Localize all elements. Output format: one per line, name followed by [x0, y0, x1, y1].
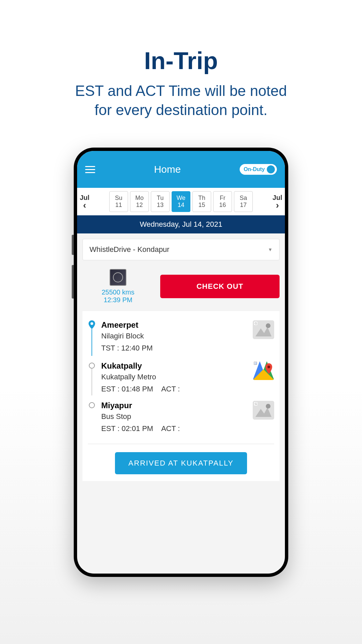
- menu-icon[interactable]: [85, 166, 95, 173]
- stop-time: TST : 12:40 PM: [101, 344, 153, 353]
- chevron-right-icon: ›: [276, 202, 279, 209]
- stop-act: ACT :: [161, 424, 180, 433]
- calendar-next[interactable]: Jul ›: [273, 194, 282, 209]
- svg-text:G: G: [255, 322, 257, 325]
- screen: Home On-Duty Jul ‹ Su11Mo12Tu13We14Th15F…: [77, 151, 285, 574]
- divider: [88, 444, 274, 444]
- odometer-row: 25500 kms 12:39 PM CHECK OUT: [77, 266, 285, 311]
- checkout-button[interactable]: CHECK OUT: [160, 275, 280, 298]
- stop-item: AmeerpetNilagiri BlockTST : 12:40 PMG: [88, 318, 274, 359]
- stop-sublabel: Nilagiri Block: [101, 332, 247, 340]
- calendar-day[interactable]: We14: [172, 191, 190, 212]
- stops-card: AmeerpetNilagiri BlockTST : 12:40 PMGKuk…: [82, 311, 280, 481]
- dropdown-value: WhistleDrive - Kondapur: [89, 245, 169, 254]
- odometer-kms: 25500 kms: [102, 288, 134, 296]
- calendar-bar: Jul ‹ Su11Mo12Tu13We14Th15Fr16Sa17 Jul ›: [77, 188, 285, 215]
- location-pin-icon: [88, 320, 95, 329]
- odometer-time: 12:39 PM: [104, 296, 132, 304]
- date-bar: Wednesday, Jul 14, 2021: [77, 215, 285, 233]
- app-header: Home On-Duty: [77, 151, 285, 188]
- calendar-day[interactable]: Tu13: [151, 191, 170, 212]
- toggle-knob: [267, 165, 275, 173]
- chevron-down-icon: ▼: [268, 247, 273, 252]
- promo-title: In-Trip: [0, 0, 362, 74]
- phone-frame: Home On-Duty Jul ‹ Su11Mo12Tu13We14Th15F…: [74, 148, 288, 577]
- svg-text:G: G: [255, 402, 257, 406]
- stop-time: EST : 02:01 PM: [101, 424, 153, 433]
- svg-point-14: [266, 404, 270, 409]
- header-title: Home: [154, 164, 181, 175]
- calendar-day[interactable]: Sa17: [234, 191, 253, 212]
- calendar-day[interactable]: Mo12: [130, 191, 149, 212]
- arrived-button[interactable]: ARRIVED AT KUKATPALLY: [115, 452, 247, 474]
- chevron-left-icon: ‹: [83, 202, 86, 209]
- stop-name: Miyapur: [101, 401, 247, 410]
- stop-sublabel: Bus Stop: [101, 412, 247, 421]
- route-line: [92, 369, 92, 395]
- odometer-image: [110, 269, 126, 286]
- stop-name: Ameerpet: [101, 320, 247, 330]
- svg-point-0: [90, 322, 93, 325]
- map-icon[interactable]: G: [253, 401, 274, 420]
- stop-act: ACT :: [161, 385, 180, 393]
- svg-text:G: G: [255, 362, 257, 365]
- stop-sublabel: Kukatpally Metro: [101, 373, 247, 381]
- route-line: [92, 329, 92, 356]
- stop-item: MiyapurBus StopEST : 02:01 PMACT :G: [88, 398, 274, 436]
- promo-subtitle: EST and ACT Time will be noted for every…: [0, 81, 362, 119]
- stop-name: Kukatpally: [101, 361, 247, 371]
- site-dropdown[interactable]: WhistleDrive - Kondapur ▼: [82, 239, 280, 260]
- svg-point-3: [266, 323, 270, 328]
- calendar-day[interactable]: Su11: [109, 191, 128, 212]
- calendar-day[interactable]: Th15: [192, 191, 211, 212]
- duty-toggle[interactable]: On-Duty: [240, 164, 277, 175]
- calendar-day[interactable]: Fr16: [213, 191, 232, 212]
- stop-circle-icon: [89, 363, 95, 369]
- odometer-info[interactable]: 25500 kms 12:39 PM: [82, 269, 154, 304]
- map-icon[interactable]: G: [253, 361, 274, 380]
- stop-item: KukatpallyKukatpally MetroEST : 01:48 PM…: [88, 359, 274, 398]
- calendar-prev[interactable]: Jul ‹: [80, 194, 89, 209]
- svg-point-9: [267, 366, 270, 368]
- stop-circle-icon: [89, 402, 95, 408]
- duty-label: On-Duty: [244, 166, 265, 172]
- stop-time: EST : 01:48 PM: [101, 385, 153, 393]
- content: WhistleDrive - Kondapur ▼ 25500 kms 12:3…: [77, 233, 285, 574]
- map-icon[interactable]: G: [253, 320, 274, 339]
